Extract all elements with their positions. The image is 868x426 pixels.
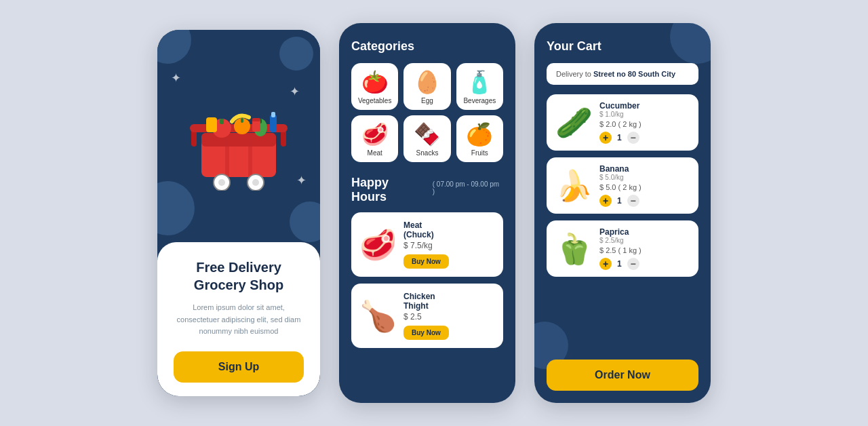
cart-items-list: 🥒 Cucumber $ 1.0/kg $ 2.0 ( 2 kg ) + 1 −… bbox=[547, 94, 698, 350]
delivery-bar: Delivery to Street no 80 South City bbox=[547, 63, 698, 85]
svg-rect-12 bbox=[220, 119, 224, 124]
welcome-title: Free Delivery Grocery Shop bbox=[174, 258, 304, 294]
snacks-icon: 🍫 bbox=[414, 123, 441, 145]
meat-icon: 🥩 bbox=[361, 123, 389, 145]
banana-info: Banana $ 5.0/kg $ 5.0 ( 2 kg ) + 1 − bbox=[599, 164, 690, 207]
egg-icon: 🥚 bbox=[414, 71, 441, 93]
paprica-info: Paprica $ 2.5/kg $ 2.5 ( 1 kg ) + 1 − bbox=[599, 227, 690, 270]
chicken-thight-info: ChickenThight $ 2.5 Buy Now bbox=[403, 292, 495, 340]
svg-rect-1 bbox=[201, 133, 276, 147]
category-label-meat: Meat bbox=[368, 149, 382, 157]
cucumber-icon: 🥒 bbox=[555, 108, 593, 138]
svg-point-10 bbox=[252, 179, 259, 186]
happy-hours-time: ( 07.00 pm - 09.00 pm ) bbox=[433, 180, 503, 195]
banana-name: Banana bbox=[599, 164, 690, 174]
cucumber-info: Cucumber $ 1.0/kg $ 2.0 ( 2 kg ) + 1 − bbox=[599, 101, 690, 144]
categories-title: Categories bbox=[351, 39, 503, 54]
svg-rect-5 bbox=[225, 133, 229, 177]
meat-chuck-buy-button[interactable]: Buy Now bbox=[403, 254, 449, 269]
cart-item-cucumber: 🥒 Cucumber $ 1.0/kg $ 2.0 ( 2 kg ) + 1 − bbox=[547, 94, 698, 151]
category-label-beverages: Beverages bbox=[463, 97, 496, 104]
banana-qty-value: 1 bbox=[617, 196, 622, 206]
banana-per: $ 5.0/kg bbox=[599, 174, 690, 181]
order-now-button[interactable]: Order Now bbox=[547, 360, 698, 391]
signup-button[interactable]: Sign Up bbox=[174, 351, 304, 383]
banana-qty-minus[interactable]: − bbox=[627, 195, 639, 207]
chicken-thight-name: ChickenThight bbox=[403, 292, 495, 311]
svg-rect-14 bbox=[241, 118, 243, 123]
meat-chuck-name: Meat(Chuck) bbox=[403, 220, 495, 239]
decor-circle-br bbox=[290, 201, 320, 242]
category-card-meat[interactable]: 🥩 Meat bbox=[351, 115, 398, 162]
category-card-snacks[interactable]: 🍫 Snacks bbox=[403, 115, 450, 162]
sparkle-icon-1: ✦ bbox=[171, 71, 181, 85]
paprica-per: $ 2.5/kg bbox=[599, 237, 690, 244]
delivery-prefix: Delivery to bbox=[556, 70, 593, 78]
happy-hours-title: Happy Hours bbox=[351, 176, 427, 204]
banana-total: $ 5.0 ( 2 kg ) bbox=[599, 183, 690, 191]
svg-point-8 bbox=[218, 179, 225, 186]
meat-chuck-info: Meat(Chuck) $ 7.5/kg Buy Now bbox=[403, 220, 495, 269]
svg-rect-19 bbox=[271, 112, 275, 117]
cucumber-qty-plus[interactable]: + bbox=[599, 132, 612, 144]
chicken-thight-price: $ 2.5 bbox=[403, 312, 495, 322]
paprica-qty-minus[interactable]: − bbox=[627, 258, 639, 270]
decor-circle-tr bbox=[279, 37, 313, 71]
banana-icon: 🍌 bbox=[555, 171, 593, 201]
svg-rect-6 bbox=[248, 133, 252, 177]
cart-title: Your Cart bbox=[547, 39, 698, 54]
vegetables-icon: 🍅 bbox=[361, 71, 389, 93]
category-card-vegetables[interactable]: 🍅 Vegetables bbox=[351, 63, 398, 110]
grocery-cart-illustration bbox=[184, 96, 293, 191]
delivery-address: Street no 80 South City bbox=[593, 70, 675, 78]
paprica-qty-plus[interactable]: + bbox=[599, 258, 612, 270]
beverages-icon: 🧴 bbox=[466, 71, 493, 93]
cucumber-total: $ 2.0 ( 2 kg ) bbox=[599, 120, 690, 128]
cucumber-qty-row: + 1 − bbox=[599, 132, 690, 144]
screen-welcome-top: ✦ ✦ ✦ bbox=[157, 30, 320, 242]
svg-rect-17 bbox=[206, 117, 217, 132]
screen-welcome-bottom: Free Delivery Grocery Shop Lorem ipsum d… bbox=[157, 242, 320, 396]
category-label-fruits: Fruits bbox=[471, 149, 488, 157]
banana-qty-plus[interactable]: + bbox=[599, 195, 612, 207]
chicken-thight-buy-button[interactable]: Buy Now bbox=[403, 326, 449, 340]
categories-grid: 🍅 Vegetables 🥚 Egg 🧴 Beverages 🥩 Meat 🍫 … bbox=[351, 63, 503, 162]
svg-rect-21 bbox=[252, 118, 260, 121]
happy-item-meat: 🥩 Meat(Chuck) $ 7.5/kg Buy Now bbox=[351, 212, 503, 277]
meat-chuck-icon: 🥩 bbox=[359, 230, 397, 260]
category-label-vegetables: Vegetables bbox=[358, 97, 392, 104]
screen-categories: Categories 🍅 Vegetables 🥚 Egg 🧴 Beverage… bbox=[339, 23, 515, 403]
category-card-egg[interactable]: 🥚 Egg bbox=[403, 63, 450, 110]
paprica-total: $ 2.5 ( 1 kg ) bbox=[599, 246, 690, 254]
welcome-subtitle: Lorem ipsum dolor sit amet, consectetuer… bbox=[174, 302, 304, 338]
cart-item-paprica: 🫑 Paprica $ 2.5/kg $ 2.5 ( 1 kg ) + 1 − bbox=[547, 220, 698, 277]
sparkle-icon-3: ✦ bbox=[296, 173, 307, 188]
meat-chuck-price: $ 7.5/kg bbox=[403, 241, 495, 250]
cucumber-qty-value: 1 bbox=[617, 133, 622, 142]
happy-hours-header: Happy Hours ( 07.00 pm - 09.00 pm ) bbox=[351, 176, 503, 204]
category-label-snacks: Snacks bbox=[416, 149, 439, 157]
decor-circle-tl bbox=[157, 30, 191, 64]
screens-container: ✦ ✦ ✦ bbox=[157, 23, 711, 403]
screen-cart: Your Cart Delivery to Street no 80 South… bbox=[534, 23, 711, 403]
cucumber-per: $ 1.0/kg bbox=[599, 111, 690, 118]
cucumber-qty-minus[interactable]: − bbox=[627, 132, 639, 144]
screen-welcome: ✦ ✦ ✦ bbox=[157, 30, 320, 396]
paprica-qty-row: + 1 − bbox=[599, 258, 690, 270]
paprica-qty-value: 1 bbox=[617, 259, 622, 269]
category-label-egg: Egg bbox=[421, 97, 433, 104]
paprica-name: Paprica bbox=[599, 227, 690, 237]
category-card-fruits[interactable]: 🍊 Fruits bbox=[456, 115, 503, 162]
chicken-thight-icon: 🍗 bbox=[359, 301, 397, 331]
happy-item-chicken: 🍗 ChickenThight $ 2.5 Buy Now bbox=[351, 284, 503, 348]
category-card-beverages[interactable]: 🧴 Beverages bbox=[456, 63, 503, 110]
fruits-icon: 🍊 bbox=[466, 123, 493, 145]
cucumber-name: Cucumber bbox=[599, 101, 690, 111]
paprica-icon: 🫑 bbox=[555, 234, 593, 264]
cart-item-banana: 🍌 Banana $ 5.0/kg $ 5.0 ( 2 kg ) + 1 − bbox=[547, 157, 698, 214]
banana-qty-row: + 1 − bbox=[599, 195, 690, 207]
